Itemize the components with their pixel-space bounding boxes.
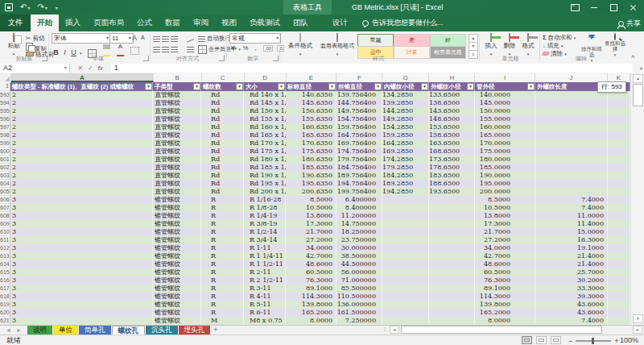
- sheet-tab-简单孔[interactable]: 简单孔: [79, 326, 111, 335]
- cell[interactable]: [429, 276, 475, 285]
- cell[interactable]: 锥管螺纹: [153, 285, 201, 293]
- clipboard-dialog-launcher[interactable]: [42, 56, 47, 61]
- cell[interactable]: [608, 276, 630, 285]
- ribbon-display-options-button[interactable]: [565, 0, 584, 15]
- column-header-B[interactable]: B: [154, 73, 202, 82]
- cell[interactable]: M: [201, 317, 244, 325]
- cell[interactable]: 直管螺纹: [153, 180, 201, 188]
- cell[interactable]: 34.0000: [286, 244, 336, 252]
- cell[interactable]: Rd: [201, 139, 244, 148]
- cell[interactable]: 143.6500: [429, 107, 475, 115]
- cell[interactable]: 30.2000: [535, 276, 608, 285]
- cell[interactable]: 21.7000: [286, 228, 336, 236]
- cell[interactable]: R 1/4-19: [244, 212, 286, 220]
- cell[interactable]: 3: [10, 260, 153, 268]
- cell[interactable]: 19.1000: [535, 244, 608, 252]
- align-top-icon[interactable]: [153, 36, 160, 42]
- conditional-formatting-button[interactable]: 条件格式 ▾: [282, 34, 319, 57]
- cell[interactable]: 锥管螺纹: [153, 276, 201, 285]
- cell[interactable]: 194.756400: [336, 180, 382, 188]
- cell[interactable]: [429, 293, 475, 301]
- cell[interactable]: R: [201, 309, 244, 317]
- cell[interactable]: 3: [10, 317, 153, 325]
- close-button[interactable]: [623, 0, 642, 15]
- cell[interactable]: 11.4000: [535, 220, 608, 228]
- cell[interactable]: 3: [10, 228, 153, 236]
- sheet-tab-单位[interactable]: 单位: [53, 326, 78, 335]
- cell[interactable]: [382, 301, 429, 309]
- font-color-button[interactable]: A: [117, 44, 124, 56]
- cell[interactable]: Rd 200 x 1/4: [244, 188, 286, 196]
- row-header-593[interactable]: 593: [0, 91, 10, 99]
- table-header-cell[interactable]: 内螺纹小径▼: [382, 82, 429, 91]
- cell[interactable]: [382, 228, 429, 236]
- cell[interactable]: Rd: [201, 180, 244, 188]
- cell[interactable]: 43.6000: [535, 309, 608, 317]
- restore-button[interactable]: [604, 0, 623, 15]
- column-header-A[interactable]: A: [11, 73, 154, 82]
- cell[interactable]: 170.6350: [286, 139, 336, 148]
- underline-button[interactable]: U: [69, 48, 78, 56]
- cell[interactable]: 165.2000: [475, 309, 535, 317]
- paste-button[interactable]: 粘贴 ▾: [3, 34, 24, 57]
- cell[interactable]: R 6-11: [244, 309, 286, 317]
- cell[interactable]: Rd 180 x 1/4: [244, 156, 286, 164]
- cell[interactable]: R 2 1/2-11: [244, 276, 286, 285]
- cell[interactable]: 8.0000: [475, 317, 535, 325]
- cell[interactable]: 174.756400: [336, 148, 382, 156]
- row-header-615[interactable]: 615: [0, 268, 10, 276]
- cell[interactable]: [382, 204, 429, 212]
- cell[interactable]: 60.5000: [286, 268, 336, 276]
- cell[interactable]: 3: [10, 268, 153, 276]
- bold-button[interactable]: B: [52, 48, 60, 56]
- cell[interactable]: 3: [10, 309, 153, 317]
- cell[interactable]: 42.7000: [286, 252, 336, 260]
- column-header-G[interactable]: G: [382, 73, 429, 82]
- delete-cells-button[interactable]: 删除 ▾: [501, 34, 518, 57]
- row-header-595[interactable]: 595: [0, 107, 10, 115]
- cell[interactable]: 27.2000: [286, 236, 336, 244]
- cell[interactable]: [535, 107, 608, 115]
- gallery-more-icon[interactable]: ≡: [469, 50, 478, 59]
- font-name-combo[interactable]: 宋体▾: [52, 33, 111, 44]
- increase-decimal-button[interactable]: .00: [263, 45, 273, 52]
- zoom-slider-thumb[interactable]: [592, 338, 594, 344]
- scroll-right-icon[interactable]: ►: [633, 326, 642, 334]
- cell[interactable]: 200.0000: [475, 188, 535, 196]
- cell[interactable]: 189.756400: [336, 172, 382, 180]
- cell[interactable]: 直管螺纹: [153, 123, 201, 131]
- cell[interactable]: [608, 268, 630, 276]
- cell[interactable]: 169.756400: [336, 139, 382, 148]
- cell[interactable]: 38.500000: [336, 252, 382, 260]
- align-left-icon[interactable]: [153, 47, 160, 52]
- cell[interactable]: R 1 1/4-11: [244, 252, 286, 260]
- name-box[interactable]: A2▾: [0, 64, 70, 73]
- tab-数据[interactable]: 数据: [159, 15, 187, 31]
- cell[interactable]: 2: [10, 91, 153, 99]
- cell[interactable]: [608, 212, 630, 220]
- cell[interactable]: [429, 252, 475, 260]
- cell[interactable]: 11.200000: [336, 212, 382, 220]
- undo-button[interactable]: ↶▾: [20, 1, 30, 14]
- format-as-table-button[interactable]: 套用表格格式 ▾: [319, 34, 356, 57]
- cell[interactable]: 2: [10, 156, 153, 164]
- cell[interactable]: 193.6500: [429, 188, 475, 196]
- cell[interactable]: R 1/16-28: [244, 196, 286, 204]
- scroll-up-icon[interactable]: ▲: [633, 74, 643, 83]
- cell[interactable]: 2: [10, 148, 153, 156]
- cell[interactable]: R: [201, 260, 244, 268]
- tab-负载测试[interactable]: 负载测试: [243, 15, 287, 31]
- scroll-down-icon[interactable]: ▼: [633, 314, 643, 323]
- cell[interactable]: 锥管螺纹: [153, 252, 201, 260]
- number-format-combo[interactable]: 常规▾: [229, 33, 281, 44]
- tab-开始[interactable]: 开始: [31, 15, 59, 31]
- cell[interactable]: R 1 1/2-11: [244, 260, 286, 268]
- cell[interactable]: 17.3000: [286, 220, 336, 228]
- insert-function-icon[interactable]: fx: [98, 64, 103, 72]
- filter-dropdown-icon[interactable]: ▼: [421, 83, 428, 90]
- tab-团队[interactable]: 团队: [287, 15, 315, 31]
- cell[interactable]: Rd 195 x 1/4: [244, 180, 286, 188]
- sheet-tab-埋头孔[interactable]: 埋头孔: [179, 326, 211, 335]
- cell[interactable]: 133.6500: [429, 91, 475, 99]
- filter-dropdown-icon[interactable]: ▼: [145, 83, 152, 90]
